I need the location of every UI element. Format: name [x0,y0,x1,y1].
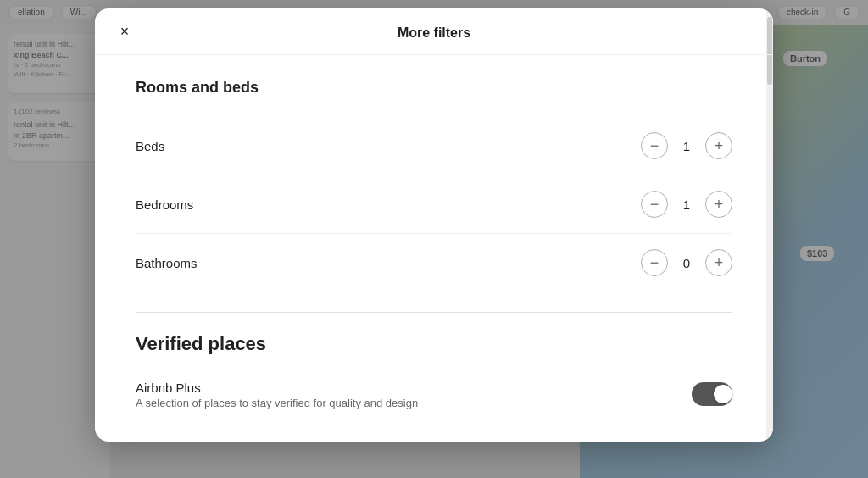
beds-decrement-button[interactable]: − [641,132,668,159]
bedrooms-label: Bedrooms [136,197,193,212]
verified-places-title: Verified places [136,333,732,355]
section-divider [136,312,732,313]
bedrooms-increment-button[interactable]: + [705,191,732,218]
scrollbar[interactable] [766,8,773,442]
bathrooms-row: Bathrooms − 0 + [136,234,732,292]
rooms-and-beds-title: Rooms and beds [136,79,732,97]
beds-row: Beds − 1 + [136,117,732,175]
airbnb-plus-row: Airbnb Plus A selection of places to sta… [136,372,732,418]
modal-header: × More filters [95,8,773,55]
bathrooms-increment-button[interactable]: + [705,249,732,276]
airbnb-plus-slider [692,382,732,406]
modal-body: Rooms and beds Beds − 1 + Bedrooms − 1 [95,55,773,442]
airbnb-plus-toggle[interactable] [692,382,732,406]
modal-title: More filters [398,25,470,41]
bedrooms-value: 1 [682,197,692,212]
bedrooms-row: Bedrooms − 1 + [136,175,732,234]
more-filters-modal: × More filters Rooms and beds Beds − 1 + [95,8,773,442]
bedrooms-decrement-button[interactable]: − [641,191,668,218]
airbnb-plus-description: A selection of places to stay verified f… [136,397,675,409]
bathrooms-value: 0 [682,256,692,270]
bathrooms-decrement-button[interactable]: − [641,249,668,276]
beds-increment-button[interactable]: + [705,132,732,159]
beds-controls: − 1 + [641,132,732,159]
bathrooms-label: Bathrooms [136,256,198,270]
beds-value: 1 [682,139,692,153]
modal-backdrop: × More filters Rooms and beds Beds − 1 + [0,0,868,478]
close-button[interactable]: × [112,19,137,44]
beds-label: Beds [136,139,164,153]
bathrooms-controls: − 0 + [641,249,732,276]
airbnb-plus-name: Airbnb Plus [136,381,675,395]
airbnb-plus-text: Airbnb Plus A selection of places to sta… [136,381,675,409]
verified-places-section: Verified places Airbnb Plus A selection … [136,333,732,418]
rooms-and-beds-section: Rooms and beds Beds − 1 + Bedrooms − 1 [136,79,732,292]
bedrooms-controls: − 1 + [641,191,732,218]
